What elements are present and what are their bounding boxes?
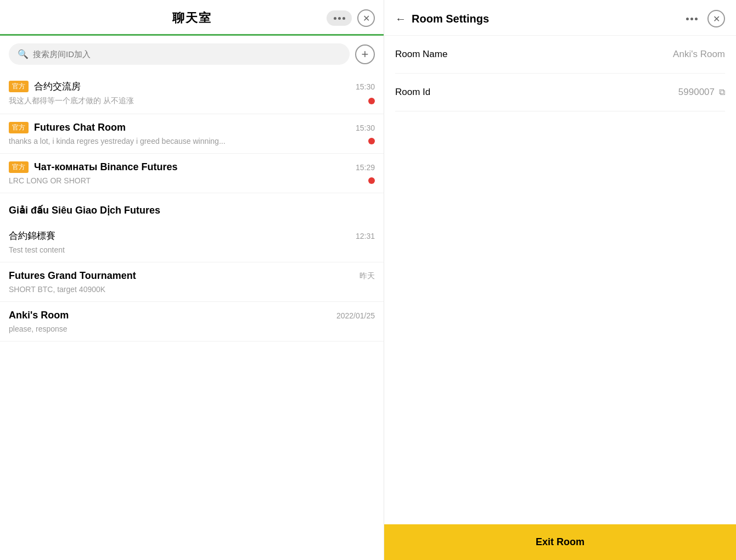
room-time: 12:31 [356, 232, 375, 240]
official-badge: 官方 [9, 81, 29, 92]
close-button[interactable]: ✕ [357, 9, 375, 27]
right-close-button[interactable]: ✕ [707, 10, 725, 27]
official-badge: 官方 [9, 122, 29, 133]
room-item-body: SHORT BTC, target 40900K [9, 285, 375, 294]
list-item[interactable]: 官方 Чат-комнаты Binance Futures 15:29 LRC… [0, 154, 384, 193]
section-header: Giải đấu Siêu Giao Dịch Futures [0, 193, 384, 222]
dot3 [342, 17, 345, 20]
room-item-header: 官方 合约交流房 15:30 [9, 80, 375, 93]
left-panel: 聊天室 ✕ 🔍 + 官方 合约交流房 15:30 [0, 0, 384, 560]
header-actions: ✕ [327, 9, 375, 27]
room-item-header: 官方 Чат-комнаты Binance Futures 15:29 [9, 161, 375, 173]
room-title-wrap: 官方 Чат-комнаты Binance Futures [9, 161, 177, 173]
room-name: Чат-комнаты Binance Futures [34, 161, 177, 173]
official-badge: 官方 [9, 161, 29, 173]
search-bar: 🔍 + [0, 36, 384, 72]
room-item-body: thanks a lot, i kinda regres yestreday i… [9, 137, 375, 145]
unread-dot [368, 177, 375, 184]
room-time: 15:29 [356, 163, 375, 172]
dot2 [338, 17, 341, 20]
room-id-label: Room Id [395, 87, 430, 98]
room-name: Anki's Room [9, 310, 69, 321]
list-item[interactable]: 官方 合约交流房 15:30 我这人都得等一个底才做的 从不追涨 [0, 72, 384, 114]
room-preview: thanks a lot, i kinda regres yestreday i… [9, 137, 368, 145]
back-button[interactable]: ← [395, 13, 406, 25]
room-time: 15:30 [356, 124, 375, 132]
list-item[interactable]: Anki's Room 2022/01/25 please, response [0, 302, 384, 341]
room-title-wrap: 官方 Futures Chat Room [9, 122, 126, 133]
room-time: 15:30 [356, 82, 375, 91]
room-id-value: 5990007 [678, 87, 715, 98]
room-item-header: 合約錦標賽 12:31 [9, 229, 375, 242]
room-item-body: LRC LONG OR SHORT [9, 176, 375, 185]
exit-room-button[interactable]: Exit Room [384, 524, 736, 560]
room-name-value: Anki's Room [673, 49, 725, 60]
copy-icon[interactable]: ⧉ [719, 87, 725, 97]
room-item-body: Test test content [9, 245, 375, 254]
left-panel-title: 聊天室 [172, 10, 212, 26]
room-id-row: Room Id 5990007 ⧉ [395, 74, 725, 111]
room-name: 合约交流房 [34, 80, 81, 93]
left-header: 聊天室 ✕ [0, 0, 384, 36]
room-id-value-wrap: 5990007 ⧉ [678, 87, 725, 98]
section-title: Giải đấu Siêu Giao Dịch Futures [9, 205, 160, 216]
right-panel: ← Room Settings ✕ Room Name Anki's Room … [384, 0, 736, 560]
room-item-body: 我这人都得等一个底才做的 从不追涨 [9, 96, 375, 106]
room-name-label: Room Name [395, 49, 447, 60]
right-footer: Exit Room [384, 524, 736, 560]
room-preview: LRC LONG OR SHORT [9, 176, 368, 185]
unread-dot [368, 138, 375, 144]
right-dots-button[interactable] [682, 15, 702, 23]
room-preview: Test test content [9, 245, 375, 254]
room-preview: please, response [9, 324, 375, 333]
right-header-left: ← Room Settings [395, 13, 489, 25]
room-item-header: Anki's Room 2022/01/25 [9, 310, 375, 321]
room-item-body: please, response [9, 324, 375, 333]
list-item[interactable]: Futures Grand Tournament 昨天 SHORT BTC, t… [0, 262, 384, 302]
room-time: 2022/01/25 [336, 311, 375, 320]
add-room-button[interactable]: + [355, 44, 375, 64]
dots-menu-button[interactable] [327, 10, 352, 26]
unread-dot [368, 98, 375, 104]
room-name: 合約錦標賽 [9, 229, 55, 242]
room-title-wrap: 官方 合约交流房 [9, 80, 81, 93]
room-name: Futures Grand Tournament [9, 270, 136, 282]
right-panel-title: Room Settings [412, 13, 489, 25]
settings-content: Room Name Anki's Room Room Id 5990007 ⧉ [384, 36, 736, 524]
room-time: 昨天 [359, 271, 375, 281]
right-header: ← Room Settings ✕ [384, 0, 736, 36]
room-preview: SHORT BTC, target 40900K [9, 285, 375, 294]
room-list: 官方 合约交流房 15:30 我这人都得等一个底才做的 从不追涨 官方 Futu… [0, 72, 384, 560]
room-preview: 我这人都得等一个底才做的 从不追涨 [9, 96, 368, 106]
search-input-wrap: 🔍 [9, 43, 350, 65]
room-name: Futures Chat Room [34, 122, 126, 133]
room-item-header: Futures Grand Tournament 昨天 [9, 270, 375, 282]
dot3 [695, 18, 698, 20]
dot1 [686, 18, 689, 20]
search-icon: 🔍 [18, 49, 29, 59]
room-item-header: 官方 Futures Chat Room 15:30 [9, 122, 375, 133]
dot1 [334, 17, 336, 20]
right-header-actions: ✕ [682, 10, 725, 27]
dot2 [690, 18, 693, 20]
list-item[interactable]: 合約錦標賽 12:31 Test test content [0, 222, 384, 262]
list-item[interactable]: 官方 Futures Chat Room 15:30 thanks a lot,… [0, 114, 384, 154]
search-input[interactable] [33, 49, 341, 59]
room-name-row: Room Name Anki's Room [395, 36, 725, 74]
